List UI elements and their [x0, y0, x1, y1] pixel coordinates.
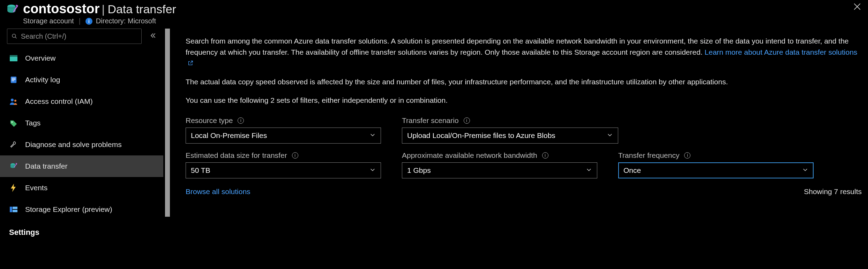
filter-row-1: Resource type i Local On-Premise Files T…	[186, 116, 862, 144]
blade-header: contosostor | Data transfer Storage acco…	[0, 0, 868, 27]
frequency-select[interactable]: Once	[618, 162, 814, 178]
sidebar-item-label: Access control (IAM)	[25, 97, 93, 106]
search-icon	[12, 33, 17, 39]
svg-rect-16	[13, 210, 17, 212]
iam-icon	[9, 97, 18, 106]
svg-line-3	[15, 37, 16, 38]
svg-point-12	[12, 121, 13, 123]
sidebar-item-label: Data transfer	[25, 162, 67, 170]
external-link-icon	[188, 60, 193, 66]
events-icon	[9, 183, 18, 192]
intro-paragraph-3: You can use the following 2 sets of filt…	[186, 95, 862, 106]
sidebar-item-activity-log[interactable]: Activity log	[0, 69, 163, 91]
close-icon[interactable]	[853, 2, 862, 11]
info-icon: i	[85, 18, 92, 25]
sidebar-item-storage-explorer[interactable]: Storage Explorer (preview)	[0, 199, 163, 220]
sidebar-item-label: Diagnose and solve problems	[25, 140, 122, 149]
results-count: Showing 7 results	[804, 187, 862, 196]
chevron-down-icon	[607, 131, 613, 140]
sidebar-item-label: Overview	[25, 54, 56, 62]
info-icon[interactable]: i	[684, 152, 690, 159]
info-icon[interactable]: i	[292, 152, 298, 159]
data-size-select[interactable]: 50 TB	[186, 162, 381, 178]
tags-icon	[9, 118, 18, 128]
data-size-label: Estimated data size for transfer i	[186, 151, 381, 160]
resource-type-select[interactable]: Local On-Premise Files	[186, 128, 381, 144]
info-icon[interactable]: i	[238, 117, 244, 124]
diagnose-icon	[9, 140, 18, 149]
sidebar-scrollbar[interactable]	[163, 27, 172, 269]
chevron-down-icon	[369, 166, 376, 175]
svg-rect-15	[13, 207, 17, 209]
sidebar-item-access-control[interactable]: Access control (IAM)	[0, 91, 163, 112]
sidebar-section-settings: Settings	[0, 220, 163, 237]
resource-type: Storage account	[23, 17, 74, 25]
frequency-label: Transfer frequency i	[618, 151, 814, 160]
svg-point-10	[11, 99, 14, 101]
activity-log-icon	[9, 75, 18, 84]
search-input[interactable]	[7, 29, 142, 44]
sidebar-item-label: Activity log	[25, 76, 60, 84]
intro-paragraph-1: Search from among the common Azure data …	[186, 36, 862, 69]
svg-rect-7	[12, 78, 16, 79]
transfer-scenario-label: Transfer scenario i	[402, 116, 618, 125]
resource-name: contosostor	[23, 1, 100, 16]
storage-account-icon	[6, 3, 18, 15]
sidebar: Overview Activity log Access control (IA…	[0, 27, 163, 269]
storage-explorer-icon	[9, 205, 18, 214]
bandwidth-select[interactable]: 1 Gbps	[402, 162, 597, 178]
main-content: Search from among the common Azure data …	[172, 27, 868, 269]
sidebar-item-label: Events	[25, 184, 47, 192]
sidebar-item-diagnose[interactable]: Diagnose and solve problems	[0, 134, 163, 155]
directory-label: Directory: Microsoft	[96, 17, 156, 25]
intro-paragraph-2: The actual data copy speed observed is a…	[186, 76, 862, 87]
search-input-field[interactable]	[21, 32, 137, 40]
info-icon[interactable]: i	[464, 117, 470, 124]
svg-rect-14	[10, 207, 12, 212]
transfer-scenario-select[interactable]: Upload Local/On-Premise files to Azure B…	[402, 128, 618, 144]
collapse-sidebar-icon[interactable]	[149, 32, 156, 41]
svg-rect-8	[12, 79, 16, 80]
blade-subtitle: Data transfer	[107, 2, 176, 16]
sidebar-item-overview[interactable]: Overview	[0, 47, 163, 69]
overview-icon	[9, 54, 18, 63]
chevron-down-icon	[369, 131, 376, 140]
data-transfer-icon	[9, 162, 18, 171]
page-title: contosostor | Data transfer	[23, 1, 176, 16]
svg-point-2	[12, 34, 16, 38]
scrollbar-thumb[interactable]	[165, 29, 170, 217]
bandwidth-label: Approximate available network bandwidth …	[402, 151, 597, 160]
svg-rect-5	[10, 55, 17, 57]
browse-all-link[interactable]: Browse all solutions	[186, 187, 250, 196]
sidebar-item-events[interactable]: Events	[0, 177, 163, 199]
chevron-down-icon	[802, 166, 808, 175]
info-icon[interactable]: i	[542, 152, 548, 159]
sidebar-item-label: Storage Explorer (preview)	[25, 205, 112, 214]
sidebar-item-tags[interactable]: Tags	[0, 112, 163, 134]
svg-point-11	[14, 100, 16, 102]
sidebar-item-data-transfer[interactable]: Data transfer	[0, 155, 163, 177]
chevron-down-icon	[586, 166, 592, 175]
svg-rect-9	[12, 80, 14, 81]
filter-row-2: Estimated data size for transfer i 50 TB…	[186, 151, 862, 178]
resource-type-label: Resource type i	[186, 116, 381, 125]
sidebar-item-label: Tags	[25, 119, 40, 127]
